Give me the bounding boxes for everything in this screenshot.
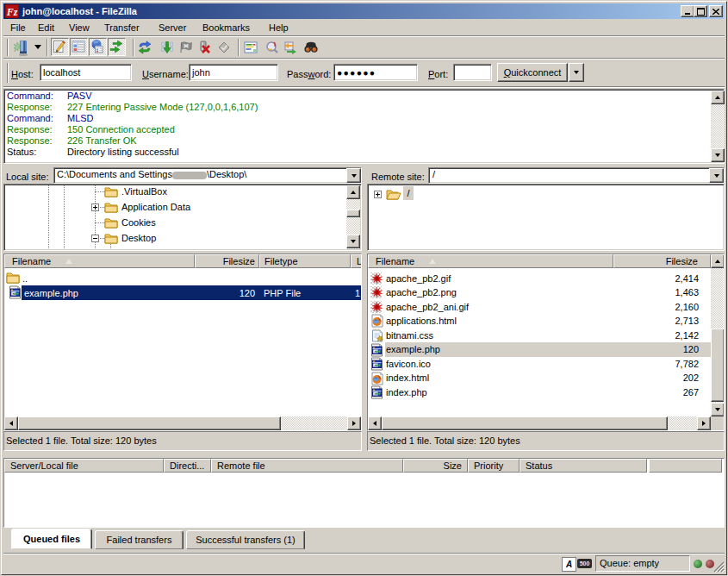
svg-text:Fz: Fz [6,6,18,18]
